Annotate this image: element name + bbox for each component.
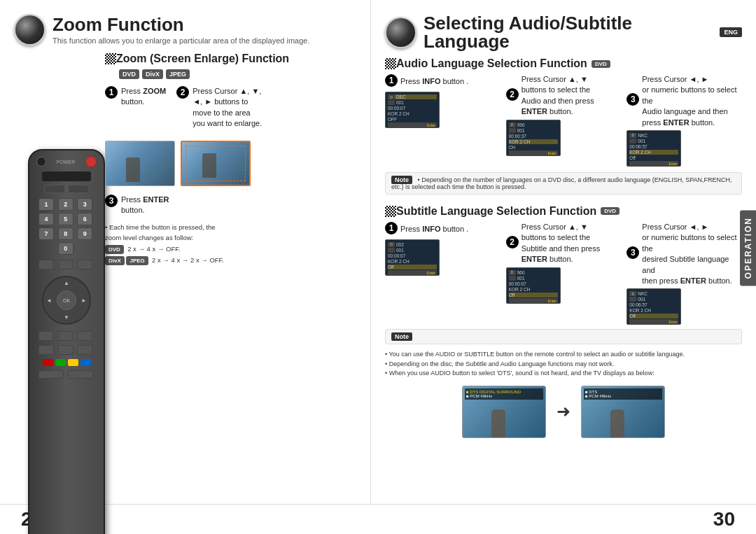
dpad-left-arrow[interactable]: ◄ <box>46 297 52 304</box>
dvd-icon-2 <box>388 100 395 105</box>
dpad-up-arrow[interactable]: ▲ <box>64 280 69 286</box>
remote-misc-1[interactable] <box>38 260 54 269</box>
remote-btn-7[interactable]: 7 <box>38 227 54 240</box>
remote-top-row: POWER <box>34 156 99 167</box>
remote-btn-6[interactable]: 6 <box>77 213 92 225</box>
dvd-screen-row-1: D DEC <box>388 94 437 99</box>
sub1-time: 00:00:07 <box>388 253 405 258</box>
zoom-step-2: 2 Press Cursor ▲, ▼,◄, ► buttons tomove … <box>176 86 262 134</box>
dvd3-row-5: Off <box>629 155 678 160</box>
operation-sidebar: OPERATION <box>740 210 756 286</box>
remote-green-btn[interactable] <box>55 359 66 366</box>
remote-color-btns <box>43 359 91 366</box>
audio-checkered-icon <box>385 58 396 69</box>
remote-btn-4[interactable]: 4 <box>38 213 54 225</box>
remote-dpad[interactable]: ▲ ▼ ◄ ► OK <box>42 276 91 325</box>
dpad-enter-btn[interactable]: OK <box>57 290 76 310</box>
remote-btn-1[interactable]: 1 <box>38 198 54 211</box>
sub3-row-2: 001 <box>629 297 678 302</box>
remote-power-btn[interactable] <box>85 156 97 167</box>
remote-play-btn[interactable] <box>38 331 54 341</box>
format-badges: DVD DivX JPEG <box>119 69 356 79</box>
remote-btn-0[interactable]: 0 <box>58 242 74 255</box>
dpad-outer: ▲ ▼ ◄ ► OK <box>42 276 91 325</box>
dvd-enter-1: Enter <box>388 122 437 128</box>
dvd3-time: 00:06:57 <box>629 144 647 149</box>
dvd3-row-1: D NKC <box>629 133 678 138</box>
dvd3-icon-2 <box>629 139 636 143</box>
subtitle-step-2-text: Press Cursor ▲, ▼buttons to select theSu… <box>522 222 601 265</box>
remote-btn-8[interactable]: 8 <box>58 227 74 240</box>
dvd3-icon-1: D <box>629 133 636 138</box>
remote-audio-btn[interactable] <box>38 370 64 379</box>
remote-btn-9[interactable]: 9 <box>77 227 92 240</box>
subtitle-subsection-header: Subtitle Language Selection Function DVD <box>385 205 742 218</box>
subtitle-dvd-badge: DVD <box>601 207 620 215</box>
dvd3-row-3: 00:06:57 <box>629 144 678 149</box>
zoom-subsection-header: Zoom (Screen Enlarge) Function <box>105 52 356 65</box>
sub1-row-2: 001 <box>388 248 437 253</box>
dvd2-time: 00:00:37 <box>509 134 526 139</box>
remote-display <box>42 171 91 181</box>
subtitle-step-3: 3 Press Cursor ◄, ►or numeric buttons to… <box>626 222 742 325</box>
remote-red-btn[interactable] <box>43 359 53 366</box>
page-right: 30 <box>713 508 735 531</box>
remote-fn-btn-1[interactable] <box>44 185 65 193</box>
zoom-section-header: Zoom Function This function allows you t… <box>14 14 356 45</box>
remote-blue-btn[interactable] <box>80 359 91 366</box>
right-panel: Selecting Audio/Subtitle Language ENG Au… <box>371 0 756 504</box>
dvd-text-kor: KOR 2 CH <box>388 111 410 116</box>
dvd-screen-row-5: OFF <box>388 117 437 122</box>
dvd2-icon-1: D <box>509 122 516 127</box>
audio-note-text: • Depending on the number of languages o… <box>391 176 732 190</box>
sub1-off: Off <box>388 265 394 269</box>
remote-playback-row <box>38 331 94 341</box>
sub3-row-4: KOR 2 CH <box>629 308 678 313</box>
remote-subtitle-btn[interactable] <box>68 370 93 379</box>
divx-badge: DivX <box>142 69 163 79</box>
note-divx-badge: DivX <box>105 256 125 265</box>
info-keyword-1: INFO <box>422 77 440 85</box>
sub2-enter: Enter <box>509 298 558 304</box>
zoom-steps-area: 1 Press ZOOMbutton. 2 Press Cursor ▲, ▼,… <box>105 86 356 267</box>
dvd-screen-row-2: 001 <box>388 100 437 105</box>
zoom-note-divx: DivX JPEG 2 x → 4 x → 2 x → OFF. <box>105 255 356 265</box>
audio-subsection-header: Audio Language Selection Function DVD <box>385 57 742 70</box>
sub2-time: 00:00:07 <box>509 281 526 286</box>
audio-step-3-number: 3 <box>626 93 639 106</box>
remote-yellow-btn[interactable] <box>68 359 78 366</box>
sub3-row-5: Off <box>629 314 678 318</box>
remote-misc-2[interactable] <box>58 260 74 269</box>
remote-stop-btn[interactable] <box>58 331 74 341</box>
sub3-text-2: 001 <box>638 297 645 302</box>
dpad-down-arrow[interactable]: ▼ <box>64 314 69 321</box>
remote-prev-btn[interactable] <box>38 345 54 355</box>
sub2-row-2: 001 <box>509 276 558 281</box>
enter-keyword-3: ENTER <box>663 118 689 127</box>
dvd2-row-1: D 990 <box>509 122 558 127</box>
bottom-screen-1-overlay: ■ DTS DIGITAL SURROUND ■ PCM 48kHz <box>465 388 543 400</box>
sub3-icon-2 <box>629 297 636 302</box>
audio-title: Selecting Audio/Subtitle Language <box>424 14 714 50</box>
remote-btn-5[interactable]: 5 <box>58 213 74 225</box>
dvd2-row-4: KOR 2 CH <box>509 139 558 144</box>
remote-btn-3[interactable]: 3 <box>77 198 92 211</box>
remote-pause-btn[interactable] <box>77 331 92 341</box>
dvd2-row-3: 00:00:37 <box>509 134 558 139</box>
dvd2-icon-2 <box>509 128 516 133</box>
bottom-screen-2-person <box>610 409 624 437</box>
sub2-row-4: KOR 2 CH <box>509 287 558 292</box>
audio-steps-row: 1 Press INFO button . D DEC 001 <box>385 74 742 167</box>
sub1-row-1: D 002 <box>388 242 437 247</box>
remote-next-btn[interactable] <box>58 345 74 355</box>
remote-misc-3[interactable] <box>77 260 92 269</box>
audio-disc-icon <box>385 17 416 48</box>
dvd2-enter: Enter <box>509 150 558 156</box>
sub3-enter: Enter <box>629 319 678 325</box>
remote-rew-btn[interactable] <box>77 345 92 355</box>
dvd2-kor: KOR 2 CH <box>509 139 531 144</box>
remote-fn-btn-2[interactable] <box>68 185 89 193</box>
remote-btn-2[interactable]: 2 <box>58 198 74 211</box>
audio-step-1-number: 1 <box>385 74 398 87</box>
dpad-right-arrow[interactable]: ► <box>81 297 87 304</box>
